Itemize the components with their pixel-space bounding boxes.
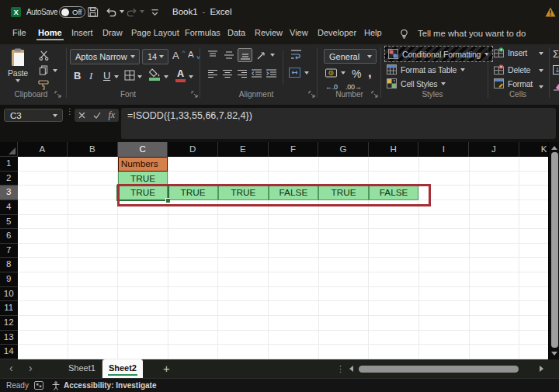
column-header-J[interactable]: J	[469, 142, 519, 157]
menu-item-home[interactable]: Home	[38, 23, 62, 43]
next-sheet-button[interactable]: ›	[29, 359, 33, 378]
format-as-table-button[interactable]: Format as Table	[387, 64, 465, 75]
row-header-3[interactable]: 3	[0, 186, 18, 200]
italic-button[interactable]: I	[89, 70, 92, 82]
format-cells-button[interactable]: Format	[494, 78, 533, 88]
row-header-1[interactable]: 1	[0, 157, 18, 172]
align-top-button[interactable]	[205, 48, 220, 62]
menu-item-file[interactable]: File	[12, 23, 26, 43]
font-color-caret[interactable]	[189, 75, 193, 78]
underline-caret[interactable]	[114, 75, 119, 78]
status-mode[interactable]: Ready	[6, 379, 29, 392]
cell-C2[interactable]: TRUE	[118, 172, 168, 186]
undo-caret[interactable]	[120, 10, 124, 13]
macro-record-icon[interactable]	[34, 381, 43, 392]
number-dialog-launcher[interactable]	[371, 91, 378, 98]
tell-me-box[interactable]: Tell me what you want to do	[418, 23, 526, 44]
row-header-8[interactable]: 8	[0, 258, 18, 272]
redo-button[interactable]	[126, 0, 144, 23]
insert-cells-button[interactable]: Insert	[494, 47, 527, 57]
hscroll-left-arrow[interactable]	[349, 366, 353, 372]
accessibility-icon[interactable]	[51, 381, 61, 392]
cut-button[interactable]	[39, 50, 49, 61]
column-header-E[interactable]: E	[218, 142, 269, 157]
enter-icon[interactable]	[93, 112, 101, 119]
sheet-tab-sheet2[interactable]: Sheet2	[102, 359, 143, 378]
scroll-up-arrow[interactable]	[551, 146, 557, 150]
cell-F3[interactable]: FALSE	[269, 186, 319, 200]
format-painter-button[interactable]	[38, 80, 49, 90]
merge-center-caret[interactable]	[304, 71, 309, 75]
row-header-11[interactable]: 11	[0, 301, 18, 316]
row-header-14[interactable]: 14	[0, 345, 18, 359]
column-header-H[interactable]: H	[369, 142, 419, 157]
menu-item-data[interactable]: Data	[227, 23, 245, 43]
accessibility-status[interactable]: Accessibility: Investigate	[64, 379, 157, 392]
decrease-font-button[interactable]: Av	[188, 50, 200, 59]
formula-input[interactable]: =ISODD({1,33,55,66,7.82,4})	[121, 108, 556, 139]
autosum-button[interactable]: Σ	[553, 48, 559, 60]
orientation-button[interactable]	[256, 50, 267, 61]
vertical-scroll-thumb[interactable]	[551, 152, 558, 348]
row-header-12[interactable]: 12	[0, 316, 18, 331]
font-color-button[interactable]: A	[175, 68, 186, 82]
fill-color-button[interactable]	[149, 68, 160, 81]
undo-button[interactable]	[106, 0, 124, 23]
hscroll-right-arrow[interactable]	[540, 366, 543, 372]
horizontal-scroll-thumb[interactable]	[359, 366, 519, 373]
column-header-D[interactable]: D	[168, 142, 218, 157]
quick-access-menu-icon[interactable]	[151, 0, 159, 23]
comma-style-button[interactable]: ,	[368, 65, 372, 81]
increase-font-button[interactable]: A^	[172, 50, 185, 61]
row-header-4[interactable]: 4	[0, 200, 18, 215]
column-header-B[interactable]: B	[68, 142, 118, 157]
underline-button[interactable]: U	[103, 70, 110, 82]
font-dialog-launcher[interactable]	[191, 91, 198, 98]
cell-H3[interactable]: FALSE	[369, 186, 419, 200]
number-format-combo[interactable]: General	[324, 49, 377, 64]
cell-G3[interactable]: TRUE	[318, 186, 369, 200]
clear-button[interactable]	[553, 82, 559, 91]
tabbar-splitter[interactable]: ⋮	[336, 364, 345, 374]
format-cells-caret[interactable]	[539, 85, 543, 88]
accounting-caret[interactable]	[341, 71, 345, 75]
orientation-caret[interactable]	[270, 54, 275, 57]
menu-item-developer[interactable]: Developer	[318, 23, 356, 43]
column-header-K[interactable]: K	[519, 142, 548, 157]
delete-cells-caret[interactable]	[539, 69, 543, 72]
menu-item-page-layout[interactable]: Page Layout	[131, 23, 179, 43]
menu-item-view[interactable]: View	[290, 23, 308, 43]
paste-button[interactable]: Paste	[8, 48, 28, 82]
cell-C1[interactable]: Numbers	[118, 157, 168, 172]
decrease-indent-button[interactable]	[249, 67, 264, 81]
column-header-C[interactable]: C	[118, 142, 168, 157]
merge-center-button[interactable]	[289, 68, 300, 78]
prev-sheet-button[interactable]: ‹	[9, 359, 13, 378]
bold-button[interactable]: B	[74, 70, 81, 82]
scroll-down-arrow[interactable]	[551, 352, 557, 356]
wrap-text-button[interactable]	[290, 49, 302, 60]
increase-indent-button[interactable]	[264, 67, 279, 81]
vertical-scrollbar[interactable]	[548, 142, 559, 359]
cancel-icon[interactable]	[78, 112, 85, 119]
fill-button[interactable]	[553, 65, 559, 75]
excel-logo-icon[interactable]: X	[10, 0, 22, 23]
align-center-button[interactable]	[220, 67, 234, 81]
borders-button[interactable]	[124, 70, 135, 81]
insert-cells-caret[interactable]	[539, 52, 543, 55]
autosave-toggle[interactable]: Off	[59, 6, 85, 18]
cell-C3[interactable]: TRUE	[118, 186, 168, 200]
align-middle-button[interactable]	[221, 48, 236, 62]
row-header-6[interactable]: 6	[0, 229, 18, 244]
fill-color-caret[interactable]	[164, 75, 168, 78]
redo-caret[interactable]	[140, 10, 144, 13]
column-header-G[interactable]: G	[318, 142, 369, 157]
align-left-button[interactable]	[205, 67, 220, 81]
insert-function-icon[interactable]: fx	[108, 109, 115, 121]
menu-item-insert[interactable]: Insert	[71, 23, 93, 43]
row-header-13[interactable]: 13	[0, 331, 18, 345]
row-header-10[interactable]: 10	[0, 287, 18, 302]
menu-item-review[interactable]: Review	[255, 23, 283, 43]
row-header-2[interactable]: 2	[0, 172, 18, 186]
name-box[interactable]: C3	[4, 109, 63, 122]
